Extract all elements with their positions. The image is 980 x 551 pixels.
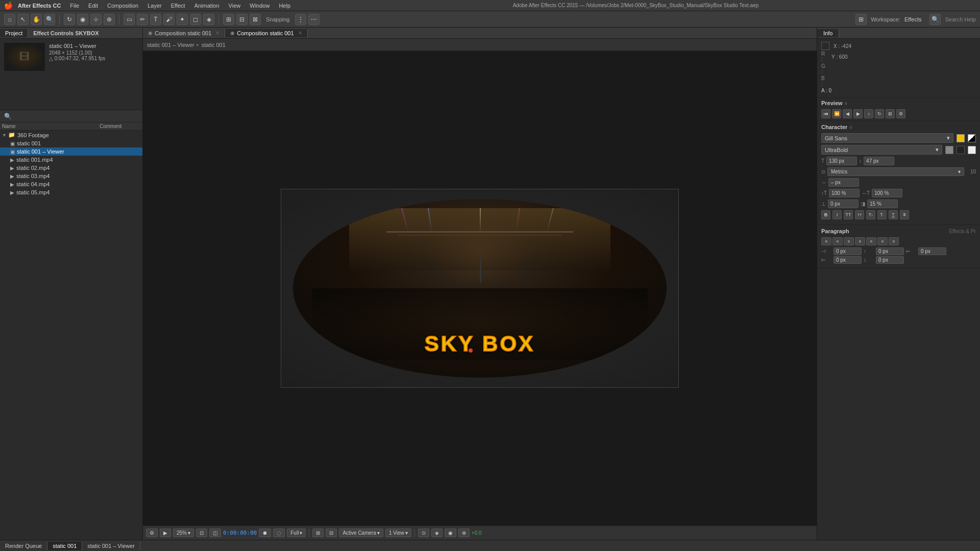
color-swatch-dark[interactable]	[945, 146, 953, 154]
zoom-dropdown[interactable]: 25% ▾	[173, 529, 194, 537]
hand-tool[interactable]: ✋	[31, 14, 42, 25]
h-scale-input[interactable]	[829, 189, 860, 197]
parent-btn[interactable]: ⊟	[236, 14, 248, 25]
align-justify-all[interactable]: ≡	[889, 237, 899, 245]
camera-tool[interactable]: ◉	[77, 14, 88, 25]
snap-btn-2[interactable]: ⋯	[308, 14, 320, 25]
strikethrough-btn[interactable]: T	[900, 210, 909, 219]
pan-tool[interactable]: ⊹	[90, 14, 102, 25]
preview-play-back[interactable]: ◀	[843, 109, 852, 118]
snap-view-btn[interactable]: ⊕	[458, 529, 470, 537]
file-item-3[interactable]: ▶ static 02.mp4	[0, 164, 142, 172]
extra-input[interactable]	[876, 256, 904, 264]
leading-input[interactable]	[864, 157, 894, 165]
align-right[interactable]: ≡	[844, 237, 854, 245]
menu-view[interactable]: View	[225, 2, 245, 10]
text-tool[interactable]: T	[150, 14, 161, 25]
snap-btn-1[interactable]: ⋮	[295, 14, 306, 25]
anchor-tool[interactable]: ⊕	[104, 14, 115, 25]
grid-btn[interactable]: ⊞	[312, 529, 324, 537]
file-item-1[interactable]: ▣ static 001 – Viewer	[0, 147, 142, 156]
rotation-tool[interactable]: ↻	[64, 14, 75, 25]
align-justify-last-left[interactable]: ≡	[866, 237, 876, 245]
file-item-5[interactable]: ▶ static 04.mp4	[0, 180, 142, 188]
comp-tab-0[interactable]: ◉ Composition static 001 ✕	[143, 29, 225, 37]
font-dropdown[interactable]: Gill Sans ▾	[821, 133, 953, 143]
viewer-settings-btn[interactable]: ⚙	[146, 529, 158, 537]
align-left[interactable]: ≡	[821, 237, 831, 245]
file-item-0[interactable]: ▣ static 001	[0, 139, 142, 147]
tab-render-queue[interactable]: Render Queue	[0, 542, 47, 550]
metrics-dropdown[interactable]: Metrics ▾	[827, 167, 964, 176]
super-btn[interactable]: T+	[866, 210, 875, 219]
menu-effect[interactable]: Effect	[167, 2, 189, 10]
menu-window[interactable]: Window	[246, 2, 274, 10]
shape-tool[interactable]: ▭	[124, 14, 135, 25]
eraser-tool[interactable]: ◻	[190, 14, 201, 25]
effects-para-tab[interactable]: Effects & Pr	[949, 229, 976, 234]
tracking-input[interactable]	[828, 178, 859, 187]
quality-dropdown[interactable]: Full ▾	[287, 529, 306, 537]
preview-skip-start[interactable]: ⏮	[821, 109, 830, 118]
space-after-input[interactable]	[918, 247, 946, 255]
brush-tool[interactable]: 🖌	[163, 14, 175, 25]
views-dropdown[interactable]: 1 View ▾	[385, 529, 411, 537]
space-before-input[interactable]	[876, 247, 904, 255]
comp-tab-close-1[interactable]: ✕	[298, 30, 302, 36]
italic-btn[interactable]: I	[832, 210, 842, 219]
file-item-2[interactable]: ▶ static 001.mp4	[0, 156, 142, 164]
breadcrumb-viewer[interactable]: static 001 – Viewer	[147, 42, 194, 48]
weight-dropdown[interactable]: UltraBold ▾	[821, 145, 942, 155]
indent-left-input[interactable]	[834, 247, 862, 255]
tab-info[interactable]: Info	[817, 29, 839, 37]
motion-blur-btn[interactable]: ◌	[273, 529, 285, 537]
viewer-preview-btn[interactable]: ▶	[160, 529, 171, 537]
indent-right-input[interactable]	[834, 256, 862, 264]
preview-play-audio[interactable]: ♪	[864, 109, 873, 118]
baseline-input[interactable]	[828, 199, 859, 208]
v-scale-input[interactable]	[872, 189, 902, 197]
menu-help[interactable]: Help	[275, 2, 295, 10]
color-swatch-yellow[interactable]	[957, 134, 965, 142]
comp-tab-1[interactable]: ◉ Composition static 001 ✕	[225, 29, 307, 37]
search-input[interactable]	[14, 113, 138, 119]
menu-animation[interactable]: Animation	[190, 2, 224, 10]
fit-btn[interactable]: ⊡	[196, 529, 207, 537]
tab-effect-controls[interactable]: Effect Controls SKYBOX	[28, 29, 104, 37]
tsume-input[interactable]	[867, 199, 898, 208]
align-justify[interactable]: ≡	[855, 237, 865, 245]
comp-tab-close-0[interactable]: ✕	[215, 30, 219, 36]
file-item-6[interactable]: ▶ static 05.mp4	[0, 188, 142, 196]
tab-project[interactable]: Project	[0, 29, 28, 37]
pen-tool[interactable]: ✏	[137, 14, 148, 25]
breadcrumb-comp[interactable]: static 001	[202, 42, 226, 48]
menu-edit[interactable]: Edit	[84, 2, 102, 10]
color-picker-icon[interactable]	[968, 134, 976, 142]
color-swatch-white[interactable]	[968, 146, 976, 154]
overlay-btn[interactable]: ◈	[431, 529, 443, 537]
align-center[interactable]: ≡	[832, 237, 843, 245]
tab-static-001-viewer[interactable]: static 001 – Viewer	[82, 542, 140, 550]
small-caps-btn[interactable]: TT	[855, 210, 864, 219]
folder-360-footage[interactable]: ▼ 📁 360 Footage	[0, 131, 142, 139]
sub-btn[interactable]: T-	[877, 210, 887, 219]
align-btn[interactable]: ⊞	[223, 14, 234, 25]
workspace-btn[interactable]: ⊞	[855, 14, 867, 25]
menu-composition[interactable]: Composition	[103, 2, 142, 10]
zoom-tool[interactable]: 🔍	[44, 14, 55, 25]
ruler-btn[interactable]: ◉	[445, 529, 456, 537]
preview-settings[interactable]: ⚙	[896, 109, 905, 118]
color-swatch-black[interactable]	[957, 146, 965, 154]
tab-static-001[interactable]: static 001	[47, 542, 82, 550]
preview-loop[interactable]: ↻	[875, 109, 884, 118]
underline-btn[interactable]: T	[889, 210, 898, 219]
puppet-tool[interactable]: ◈	[203, 14, 214, 25]
preview-step-back[interactable]: ⏪	[832, 109, 841, 118]
camera-dropdown[interactable]: Active Camera ▾	[339, 529, 383, 537]
caps-btn[interactable]: TT	[844, 210, 853, 219]
file-item-4[interactable]: ▶ static 03.mp4	[0, 172, 142, 180]
resolution-btn[interactable]: ◫	[209, 529, 221, 537]
search-help-btn[interactable]: 🔍	[929, 14, 941, 25]
preview-play[interactable]: ▶	[853, 109, 863, 118]
menu-layer[interactable]: Layer	[143, 2, 166, 10]
